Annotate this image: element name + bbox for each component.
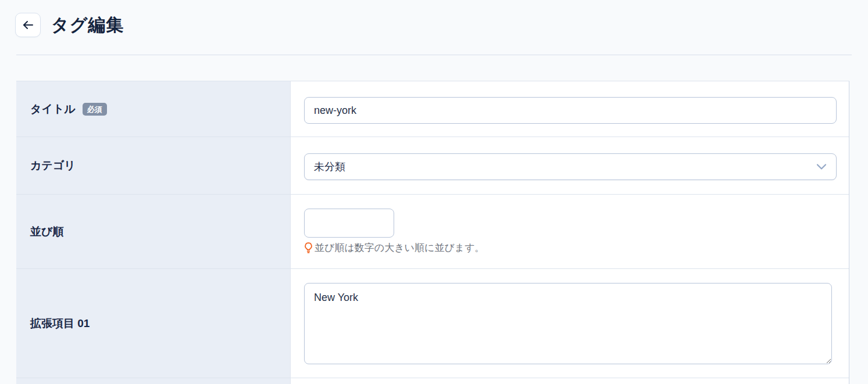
category-label-cell: カテゴリ: [16, 137, 291, 194]
form-row-category: カテゴリ 未分類: [16, 137, 849, 195]
header-divider: [16, 55, 852, 55]
category-label: カテゴリ: [30, 158, 76, 173]
sort-order-content-cell: 並び順は数字の大きい順に並びます。: [291, 195, 849, 268]
sort-order-input[interactable]: [304, 209, 394, 238]
extension-01-textarea[interactable]: New York: [304, 283, 832, 364]
form-row-sort-order: 並び順 並び順は数字の大きい順に並びます。: [16, 195, 849, 269]
extension-01-content-cell: New York: [291, 269, 849, 378]
extension-01-label-cell: 拡張項目 01: [16, 269, 291, 378]
lightbulb-icon: [304, 242, 313, 253]
category-select[interactable]: 未分類: [304, 153, 837, 180]
partial-label-cell: [16, 378, 291, 384]
category-content-cell: 未分類: [291, 137, 849, 194]
title-label-cell: タイトル 必須: [16, 81, 291, 137]
chevron-down-icon: [816, 164, 827, 170]
form-row-partial: [16, 378, 849, 384]
tag-edit-form: タイトル 必須 カテゴリ 未分類 並び順: [16, 81, 849, 384]
sort-order-label: 並び順: [30, 224, 63, 239]
required-badge: 必須: [83, 103, 107, 116]
arrow-left-icon: [22, 20, 34, 30]
partial-content-cell: [291, 378, 849, 384]
page-title: タグ編集: [51, 13, 124, 37]
back-button[interactable]: [15, 13, 41, 37]
sort-order-hint-text: 並び順は数字の大きい順に並びます。: [315, 241, 485, 254]
extension-01-label: 拡張項目 01: [30, 316, 90, 331]
sort-order-hint: 並び順は数字の大きい順に並びます。: [304, 241, 485, 254]
title-input[interactable]: [304, 97, 837, 124]
title-content-cell: [291, 81, 849, 137]
title-label: タイトル: [30, 102, 76, 117]
form-row-title: タイトル 必須: [16, 81, 849, 137]
sort-order-label-cell: 並び順: [16, 195, 291, 268]
category-select-value: 未分類: [314, 160, 345, 174]
form-row-extension-01: 拡張項目 01 New York: [16, 269, 849, 378]
